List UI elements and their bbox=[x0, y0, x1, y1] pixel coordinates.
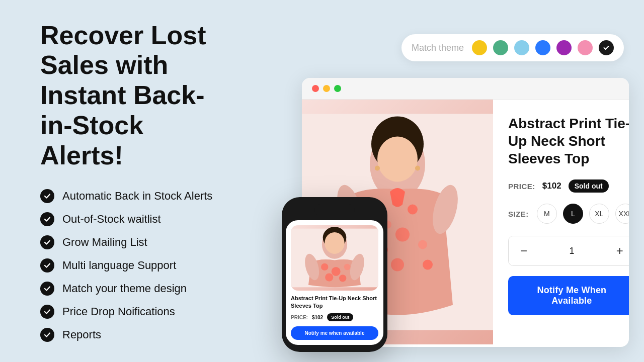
size-label: SIZE: bbox=[508, 210, 529, 218]
check-icon-5 bbox=[40, 282, 54, 296]
features-list: Automatic Back in Stock Alerts Out-of-St… bbox=[40, 189, 231, 342]
svg-point-4 bbox=[408, 205, 418, 215]
feature-item-4: Multi language Support bbox=[40, 258, 231, 273]
size-btn-m[interactable]: M bbox=[537, 204, 557, 224]
price-value: $102 bbox=[542, 181, 561, 191]
check-icon-7 bbox=[40, 328, 54, 342]
svg-point-8 bbox=[391, 258, 404, 272]
size-btn-xl[interactable]: XL bbox=[589, 204, 609, 224]
traffic-dot-yellow bbox=[323, 85, 330, 92]
svg-point-27 bbox=[325, 232, 344, 254]
product-title: Abstract Print Tie-Up Neck Short Sleeves… bbox=[508, 115, 629, 167]
check-icon-1 bbox=[40, 189, 54, 203]
feature-item-5: Match your theme design bbox=[40, 282, 231, 296]
phone-price-label: PRICE: bbox=[291, 315, 308, 320]
color-dot-purple[interactable] bbox=[556, 40, 572, 55]
svg-point-22 bbox=[325, 274, 333, 282]
phone-screen: Abstract Print Tie-Up Neck Short Sleeves… bbox=[286, 220, 383, 345]
size-btn-l[interactable]: L bbox=[563, 204, 583, 224]
price-row: PRICE: $102 Sold out bbox=[508, 179, 629, 193]
phone-notch bbox=[314, 204, 355, 215]
feature-item-1: Automatic Back in Stock Alerts bbox=[40, 189, 231, 203]
check-icon-4 bbox=[40, 258, 54, 273]
phone-price-value: $102 bbox=[312, 315, 323, 320]
match-theme-bar: Match theme bbox=[401, 34, 624, 61]
feature-item-3: Grow Mailing List bbox=[40, 235, 231, 249]
svg-point-14 bbox=[377, 137, 418, 182]
svg-point-6 bbox=[418, 240, 427, 249]
color-dot-green[interactable] bbox=[493, 40, 508, 55]
feature-label-3: Grow Mailing List bbox=[62, 236, 147, 249]
feature-label-4: Multi language Support bbox=[62, 259, 176, 272]
svg-point-15 bbox=[375, 166, 380, 171]
color-dot-yellow[interactable] bbox=[472, 40, 487, 55]
phone-sold-badge: Sold out bbox=[327, 313, 353, 321]
feature-label-1: Automatic Back in Stock Alerts bbox=[62, 190, 212, 203]
feature-item-2: Out-of-Stock waitlist bbox=[40, 212, 231, 226]
feature-item-7: Reports bbox=[40, 328, 231, 342]
size-row: SIZE: M L XL XXL bbox=[508, 204, 629, 224]
match-theme-label: Match theme bbox=[412, 43, 464, 53]
feature-label-7: Reports bbox=[62, 328, 101, 341]
price-label: PRICE: bbox=[508, 182, 535, 191]
phone-product-image bbox=[291, 225, 378, 291]
feature-label-2: Out-of-Stock waitlist bbox=[62, 213, 161, 226]
svg-point-5 bbox=[395, 228, 410, 242]
headline: Recover Lost Sales with Instant Back-in-… bbox=[40, 21, 231, 171]
right-section: Match theme bbox=[272, 0, 644, 362]
color-dot-pink[interactable] bbox=[578, 40, 593, 55]
svg-point-16 bbox=[415, 166, 420, 171]
quantity-decrease-button[interactable]: − bbox=[509, 236, 539, 265]
quantity-value: 1 bbox=[539, 246, 605, 256]
feature-label-6: Price Drop Noifications bbox=[62, 305, 175, 318]
left-section: Recover Lost Sales with Instant Back-in-… bbox=[0, 0, 272, 362]
product-details: Abstract Print Tie-Up Neck Short Sleeves… bbox=[493, 100, 629, 344]
traffic-dot-green bbox=[334, 85, 341, 92]
feature-item-6: Price Drop Noifications bbox=[40, 305, 231, 319]
traffic-dot-red bbox=[312, 85, 319, 92]
feature-label-5: Match your theme design bbox=[62, 282, 187, 295]
phone-notify-button[interactable]: Notify me when available bbox=[291, 326, 378, 340]
svg-point-10 bbox=[423, 260, 433, 270]
svg-point-20 bbox=[332, 267, 341, 276]
check-icon-2 bbox=[40, 212, 54, 226]
svg-point-19 bbox=[321, 263, 328, 270]
svg-point-23 bbox=[339, 275, 346, 282]
phone-price-row: PRICE: $102 Sold out bbox=[291, 313, 378, 321]
color-dot-blue[interactable] bbox=[535, 40, 550, 55]
phone-product-name: Abstract Print Tie-Up Neck Short Sleeves… bbox=[291, 295, 378, 309]
check-icon-6 bbox=[40, 305, 54, 319]
svg-point-21 bbox=[344, 264, 351, 270]
check-icon-3 bbox=[40, 235, 54, 249]
size-btn-xxl[interactable]: XXL bbox=[615, 204, 629, 224]
sold-out-badge: Sold out bbox=[569, 179, 609, 193]
color-dot-dark-selected[interactable] bbox=[599, 40, 614, 55]
quantity-increase-button[interactable]: + bbox=[605, 236, 629, 265]
phone-mockup: Abstract Print Tie-Up Neck Short Sleeves… bbox=[282, 197, 387, 352]
color-dot-lightblue[interactable] bbox=[514, 40, 529, 55]
browser-toolbar bbox=[302, 78, 629, 100]
quantity-row: − 1 + bbox=[508, 236, 629, 266]
notify-me-button[interactable]: Notify Me When Available bbox=[508, 276, 629, 315]
